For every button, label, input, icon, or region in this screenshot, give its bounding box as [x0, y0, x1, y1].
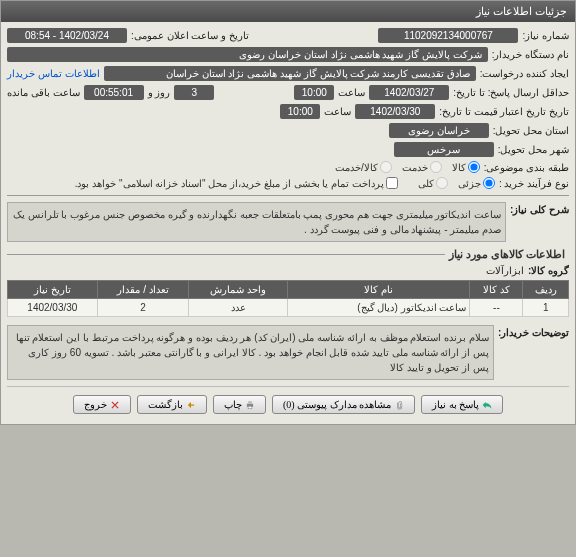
- province-value: خراسان رضوی: [389, 123, 489, 138]
- th-code: کد کالا: [470, 281, 523, 299]
- payment-note: پرداخت تمام یا بخشی از مبلغ خرید،از محل …: [75, 178, 384, 189]
- day-label: روز و: [148, 87, 171, 98]
- city-value: سرخس: [394, 142, 494, 157]
- back-icon: [186, 400, 196, 410]
- category-goods[interactable]: کالا: [452, 161, 480, 173]
- category-goods-service[interactable]: کالا/خدمت: [335, 161, 392, 173]
- radio-bulk-label: کلی: [418, 178, 434, 189]
- items-table: ردیف کد کالا نام کالا واحد شمارش تعداد /…: [7, 280, 569, 317]
- cell-qty: 2: [97, 299, 189, 317]
- section-items-title: اطلاعات کالاهای مورد نیاز: [445, 248, 569, 261]
- validity-time-label: ساعت: [324, 106, 351, 117]
- group-label: گروه کالا:: [528, 265, 569, 276]
- deadline-label: حداقل ارسال پاسخ: تا تاریخ:: [453, 87, 569, 98]
- category-service[interactable]: خدمت: [402, 161, 442, 173]
- items-table-wrap: ردیف کد کالا نام کالا واحد شمارش تعداد /…: [7, 280, 569, 317]
- radio-goods-label: کالا: [452, 162, 466, 173]
- button-bar: پاسخ به نیاز مشاهده مدارک پیوستی (0) چاپ…: [7, 386, 569, 418]
- buy-type-label: نوع فرآیند خرید :: [499, 178, 569, 189]
- category-radio-group: کالا خدمت کالا/خدمت: [335, 161, 480, 173]
- category-label: طبقه بندی موضوعی:: [484, 162, 569, 173]
- exit-button[interactable]: خروج: [73, 395, 131, 414]
- th-qty: تعداد / مقدار: [97, 281, 189, 299]
- back-label: بازگشت: [148, 399, 183, 410]
- svg-rect-2: [248, 406, 252, 409]
- buy-type-bulk[interactable]: کلی: [418, 177, 448, 189]
- cell-unit: عدد: [189, 299, 288, 317]
- cell-name: ساعت اندیکاتور (دیال گیج): [288, 299, 470, 317]
- respond-label: پاسخ به نیاز: [432, 399, 479, 410]
- cell-row: 1: [523, 299, 569, 317]
- print-button[interactable]: چاپ: [213, 395, 266, 414]
- th-unit: واحد شمارش: [189, 281, 288, 299]
- cell-code: --: [470, 299, 523, 317]
- city-label: شهر محل تحویل:: [498, 144, 569, 155]
- table-header-row: ردیف کد کالا نام کالا واحد شمارش تعداد /…: [8, 281, 569, 299]
- exit-label: خروج: [84, 399, 107, 410]
- attachment-icon: [394, 400, 404, 410]
- need-description: ساعت اندیکاتور میلیمتری جهت هم محوری پمپ…: [7, 202, 506, 242]
- section-items-header: اطلاعات کالاهای مورد نیاز: [7, 248, 569, 261]
- days-value: 3: [174, 85, 214, 100]
- validity-date: 1402/03/30: [355, 104, 435, 119]
- cell-date: 1402/03/30: [8, 299, 98, 317]
- respond-button[interactable]: پاسخ به نیاز: [421, 395, 503, 414]
- th-name: نام کالا: [288, 281, 470, 299]
- radio-service[interactable]: [430, 161, 442, 173]
- window-content: شماره نیاز: 1102092134000767 تاریخ و ساع…: [1, 22, 575, 424]
- radio-partial[interactable]: [483, 177, 495, 189]
- radio-goods-service[interactable]: [380, 161, 392, 173]
- radio-service-label: خدمت: [402, 162, 428, 173]
- exit-icon: [110, 400, 120, 410]
- deadline-time-label: ساعت: [338, 87, 365, 98]
- announce-label: تاریخ و ساعت اعلان عمومی:: [131, 30, 249, 41]
- buyer-notes-label: توضیحات خریدار:: [498, 323, 569, 338]
- contact-link[interactable]: اطلاعات تماس خریدار: [7, 68, 100, 79]
- province-label: استان محل تحویل:: [493, 125, 569, 136]
- radio-partial-label: جزئی: [458, 178, 481, 189]
- window-titlebar: جزئیات اطلاعات نیاز: [1, 1, 575, 22]
- attachments-label: مشاهده مدارک پیوستی (0): [283, 399, 391, 410]
- remain-label: ساعت باقی مانده: [7, 87, 80, 98]
- section-header-line1: [7, 195, 569, 196]
- group-value: ابزارآلات: [486, 265, 524, 276]
- payment-checkbox[interactable]: [386, 177, 398, 189]
- need-number-value: 1102092134000767: [378, 28, 518, 43]
- buy-type-radio-group: جزئی کلی: [418, 177, 495, 189]
- buyer-label: نام دستگاه خریدار:: [492, 49, 569, 60]
- buy-type-partial[interactable]: جزئی: [458, 177, 495, 189]
- attachments-button[interactable]: مشاهده مدارک پیوستی (0): [272, 395, 415, 414]
- back-button[interactable]: بازگشت: [137, 395, 207, 414]
- need-number-label: شماره نیاز:: [522, 30, 569, 41]
- th-row: ردیف: [523, 281, 569, 299]
- creator-value: صادق تقدیسی کارمند شرکت پالایش گاز شهید …: [104, 66, 476, 81]
- deadline-time: 10:00: [294, 85, 334, 100]
- need-details-window: جزئیات اطلاعات نیاز شماره نیاز: 11020921…: [0, 0, 576, 425]
- radio-gs-label: کالا/خدمت: [335, 162, 378, 173]
- print-label: چاپ: [224, 399, 242, 410]
- table-row[interactable]: 1 -- ساعت اندیکاتور (دیال گیج) عدد 2 140…: [8, 299, 569, 317]
- validity-label: تاریخ تاریخ اعتبار قیمت تا تاریخ:: [439, 106, 569, 117]
- need-desc-label: شرح کلی نیاز:: [510, 200, 569, 215]
- validity-time: 10:00: [280, 104, 320, 119]
- window-title: جزئیات اطلاعات نیاز: [476, 5, 567, 17]
- announce-value: 1402/03/24 - 08:54: [7, 28, 127, 43]
- svg-rect-1: [248, 401, 252, 404]
- print-icon: [245, 400, 255, 410]
- payment-checkbox-item[interactable]: پرداخت تمام یا بخشی از مبلغ خرید،از محل …: [75, 177, 398, 189]
- deadline-date: 1402/03/27: [369, 85, 449, 100]
- creator-label: ایجاد کننده درخواست:: [480, 68, 569, 79]
- buyer-notes: سلام برنده استعلام موظف به ارائه شناسه م…: [7, 325, 494, 380]
- th-date: تاریخ نیاز: [8, 281, 98, 299]
- remain-time: 00:55:01: [84, 85, 144, 100]
- radio-goods[interactable]: [468, 161, 480, 173]
- radio-bulk[interactable]: [436, 177, 448, 189]
- buyer-value: شرکت پالایش گاز شهید هاشمی نژاد استان خر…: [7, 47, 488, 62]
- reply-icon: [482, 400, 492, 410]
